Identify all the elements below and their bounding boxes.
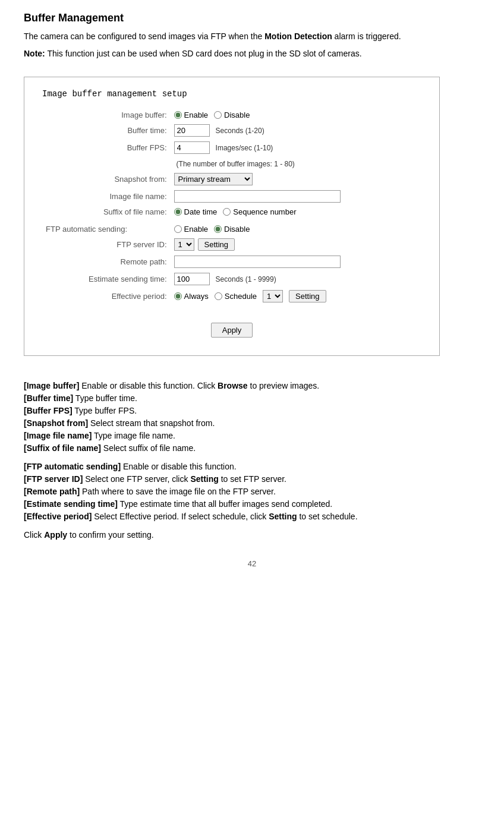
desc-buffer-fps: [Buffer FPS] Type buffer FPS. <box>24 405 480 417</box>
ftp-sending-row: FTP automatic sending: Enable Disable <box>42 219 421 236</box>
desc-image-buffer: [Image buffer] Enable or disable this fu… <box>24 380 480 392</box>
remote-path-row: Remote path: <box>42 253 421 270</box>
buffer-fps-controls: 4 Images/sec (1-10) <box>171 139 421 156</box>
ftp-server-id-select[interactable]: 1 2 3 <box>174 238 194 251</box>
image-buffer-controls: Enable Disable <box>171 108 421 122</box>
estimate-time-hint: Seconds (1 - 9999) <box>216 275 276 283</box>
desc-image-file-name: [Image file name] Type image file name. <box>24 430 480 442</box>
image-file-name-controls <box>171 188 421 205</box>
page-title: Buffer Management <box>24 12 480 24</box>
remote-path-controls <box>171 253 421 270</box>
image-buffer-row: Image buffer: Enable Disable <box>42 108 421 122</box>
buffer-images-hint: (The number of buffer images: 1 - 80) <box>177 160 295 168</box>
image-buffer-enable-radio[interactable] <box>174 111 182 119</box>
buffer-fps-label: Buffer FPS: <box>42 139 171 156</box>
desc-ftp-sending: [FTP automatic sending] Enable or disabl… <box>24 461 480 473</box>
buffer-time-row: Buffer time: 20 Seconds (1-20) <box>42 122 421 139</box>
ftp-sending-label: FTP automatic sending: <box>42 219 171 236</box>
image-buffer-enable-label[interactable]: Enable <box>174 111 208 119</box>
suffix-sequence-radio[interactable] <box>223 208 231 216</box>
suffix-sequence-label[interactable]: Sequence number <box>223 207 296 216</box>
remote-path-input[interactable] <box>174 256 341 268</box>
ftp-server-id-label: FTP server ID: <box>42 236 171 253</box>
apply-button[interactable]: Apply <box>211 323 253 338</box>
image-file-name-label: Image file name: <box>42 188 171 205</box>
note-paragraph: Note: This function just can be used whe… <box>24 48 480 60</box>
ftp-server-setting-button[interactable]: Setting <box>198 238 235 251</box>
snapshot-from-controls: Primary stream Secondary stream <box>171 171 421 188</box>
form-table: Image buffer: Enable Disable Buffer time… <box>42 108 421 305</box>
ftp-disable-radio[interactable] <box>214 225 222 233</box>
desc-estimate-time: [Estimate sending time] Type estimate ti… <box>24 498 480 510</box>
estimate-time-input[interactable]: 100 <box>174 273 210 285</box>
ftp-sending-controls: Enable Disable <box>171 219 421 236</box>
buffer-fps-input[interactable]: 4 <box>174 141 210 154</box>
setup-box: Image buffer management setup Image buff… <box>24 77 440 356</box>
image-buffer-disable-radio[interactable] <box>214 111 222 119</box>
buffer-fps-row: Buffer FPS: 4 Images/sec (1-10) <box>42 139 421 156</box>
intro-paragraph: The camera can be configured to send ima… <box>24 30 480 43</box>
always-radio[interactable] <box>174 292 182 300</box>
suffix-controls: Date time Sequence number <box>171 205 421 219</box>
effective-period-setting-button[interactable]: Setting <box>289 290 326 302</box>
ftp-enable-label[interactable]: Enable <box>174 225 208 234</box>
estimate-time-controls: 100 Seconds (1 - 9999) <box>171 270 421 288</box>
buffer-images-hint-row: (The number of buffer images: 1 - 80) <box>42 156 421 171</box>
effective-period-label: Effective period: <box>42 288 171 305</box>
schedule-id-select[interactable]: 1 2 <box>263 290 283 302</box>
effective-period-controls: Always Schedule 1 2 Setting <box>171 288 421 305</box>
image-buffer-disable-label[interactable]: Disable <box>214 111 250 119</box>
buffer-fps-hint: Images/sec (1-10) <box>216 144 273 152</box>
suffix-datetime-label[interactable]: Date time <box>174 207 218 216</box>
suffix-label: Suffix of file name: <box>42 205 171 219</box>
image-file-name-row: Image file name: <box>42 188 421 205</box>
schedule-radio[interactable] <box>215 292 222 300</box>
description-section: [Image buffer] Enable or disable this fu… <box>24 380 480 541</box>
ftp-server-id-controls: 1 2 3 Setting <box>171 236 421 253</box>
ftp-enable-radio[interactable] <box>174 225 182 233</box>
desc-remote-path: [Remote path] Path where to save the ima… <box>24 485 480 498</box>
desc-effective-period: [Effective period] Select Effective peri… <box>24 510 480 523</box>
ftp-server-id-row: FTP server ID: 1 2 3 Setting <box>42 236 421 253</box>
image-buffer-label: Image buffer: <box>42 108 171 122</box>
schedule-label[interactable]: Schedule <box>215 292 257 301</box>
suffix-datetime-radio[interactable] <box>174 208 182 216</box>
always-label[interactable]: Always <box>174 292 209 301</box>
snapshot-from-label: Snapshot from: <box>42 171 171 188</box>
buffer-time-hint: Seconds (1-20) <box>216 127 264 135</box>
estimate-time-row: Estimate sending time: 100 Seconds (1 - … <box>42 270 421 288</box>
desc-ftp-server-id: [FTP server ID] Select one FTP server, c… <box>24 473 480 485</box>
snapshot-from-row: Snapshot from: Primary stream Secondary … <box>42 171 421 188</box>
desc-buffer-time: [Buffer time] Type buffer time. <box>24 392 480 405</box>
apply-note: Click Apply to confirm your setting. <box>24 529 480 541</box>
desc-snapshot-from: [Snapshot from] Select stream that snaps… <box>24 417 480 430</box>
desc-suffix: [Suffix of file name] Select suffix of f… <box>24 442 480 455</box>
ftp-disable-label[interactable]: Disable <box>214 225 250 234</box>
remote-path-label: Remote path: <box>42 253 171 270</box>
snapshot-from-select[interactable]: Primary stream Secondary stream <box>174 173 253 185</box>
buffer-time-controls: 20 Seconds (1-20) <box>171 122 421 139</box>
effective-period-row: Effective period: Always Schedule 1 2 <box>42 288 421 305</box>
buffer-time-label: Buffer time: <box>42 122 171 139</box>
buffer-time-input[interactable]: 20 <box>174 124 210 137</box>
setup-title: Image buffer management setup <box>42 89 421 99</box>
page-number: 42 <box>24 559 480 568</box>
image-file-name-input[interactable] <box>174 190 341 203</box>
estimate-time-label: Estimate sending time: <box>42 270 171 288</box>
suffix-row: Suffix of file name: Date time Sequence … <box>42 205 421 219</box>
